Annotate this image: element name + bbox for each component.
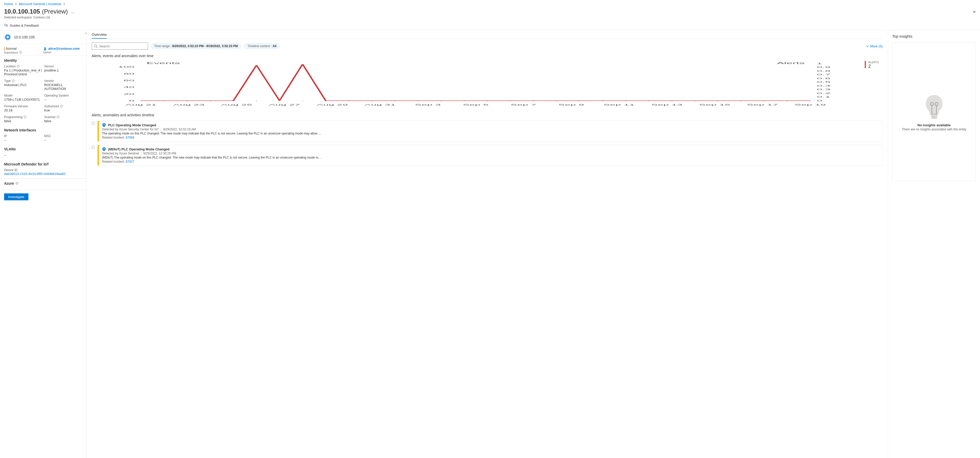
search-input-wrap[interactable] xyxy=(92,43,148,50)
svg-line-32 xyxy=(97,47,98,48)
breadcrumb-sentinel[interactable]: Microsoft Sentinel | Incidents xyxy=(19,2,62,6)
content-value: All xyxy=(272,44,276,48)
info-icon[interactable]: i xyxy=(16,182,18,185)
timeline-item: ! (MDIoT) PLC Operating Mode Changed Det… xyxy=(92,145,883,166)
entity-header: 10.0.100.105 xyxy=(0,30,86,44)
kpi-value: 2 xyxy=(868,64,879,69)
breadcrumb: Home > Microsoft Sentinel | Incidents > xyxy=(0,0,980,8)
insights-panel: Top insights No insights available There… xyxy=(888,30,980,458)
timerange-pill[interactable]: Time range : 8/20/2022, 3:52:23 PM - 9/1… xyxy=(151,43,241,49)
chevron-down-icon xyxy=(866,45,869,48)
related-incident-link[interactable]: 87858 xyxy=(126,136,134,139)
defender-section: Microsoft Defender for IoT Device ID dab… xyxy=(0,160,86,178)
svg-text:0.5: 0.5 xyxy=(817,81,830,83)
svg-text:Aug 31: Aug 31 xyxy=(364,103,396,106)
location-label: Location xyxy=(4,65,16,68)
os-value: -- xyxy=(44,98,83,102)
svg-text:Aug 29: Aug 29 xyxy=(317,103,348,106)
svg-text:0.8: 0.8 xyxy=(817,70,830,72)
svg-rect-3 xyxy=(6,36,9,38)
svg-text:0.6: 0.6 xyxy=(817,77,830,80)
timeline-list: ! PLC Operating Mode Changed Detected by… xyxy=(92,121,883,166)
vendor-value: ROCKWELL AUTOMATION xyxy=(44,83,83,91)
info-icon[interactable]: i xyxy=(17,65,19,68)
related-label: Related incident: xyxy=(102,136,126,139)
vlans-value: -- xyxy=(4,153,82,157)
close-icon[interactable]: ✕ xyxy=(972,10,976,14)
identity-title: Identity xyxy=(4,59,82,62)
no-insights-sub: There are no insights associated with th… xyxy=(902,127,966,131)
info-icon[interactable]: i xyxy=(24,116,26,118)
type-value: Industrial | PLC xyxy=(4,83,42,87)
entity-name: 10.0.100.105 xyxy=(14,35,35,39)
azure-section: Azure i xyxy=(0,179,86,190)
svg-text:Aug 23: Aug 23 xyxy=(173,103,204,106)
svg-text:Events: Events xyxy=(146,62,180,65)
tab-row: Overview xyxy=(92,30,883,39)
timerange-label: Time range : xyxy=(154,44,172,48)
alert-title: PLC Operating Mode Changed xyxy=(108,123,156,127)
ip-value: -- xyxy=(4,138,42,142)
svg-text:Sep 17: Sep 17 xyxy=(747,103,778,106)
timeline-content-pill[interactable]: Timeline content : All xyxy=(244,43,280,49)
breadcrumb-sep: > xyxy=(63,2,65,6)
workspace-value: Contoso Ltd. xyxy=(33,16,51,19)
insights-empty-box: No insights available There are no insig… xyxy=(892,43,976,181)
svg-text:i: i xyxy=(18,65,18,67)
more-filters-button[interactable]: More (5) xyxy=(866,44,883,48)
svg-text:0: 0 xyxy=(817,99,822,102)
mac-label: MAC xyxy=(44,134,83,138)
search-input[interactable] xyxy=(99,44,146,48)
events-chart: EventsAlerts02040608010000.10.20.30.40.5… xyxy=(92,61,860,108)
scanner-value: false xyxy=(44,119,83,123)
info-icon[interactable]: i xyxy=(57,116,59,118)
filter-row: Time range : 8/20/2022, 3:52:23 PM - 9/1… xyxy=(92,43,883,50)
lightbulb-icon xyxy=(923,92,946,121)
info-icon[interactable]: i xyxy=(19,51,22,54)
timeline-select-radio[interactable] xyxy=(92,122,95,125)
network-title: Network Interfaces xyxy=(4,128,82,132)
workspace-label: Selected workspace: Contoso Ltd. xyxy=(4,16,976,19)
severity-value: Normal xyxy=(6,47,17,51)
deviceid-link[interactable]: dab39013-c310-4e1b-8f5f-cb94b618aa83 xyxy=(4,172,65,176)
svg-text:0.2: 0.2 xyxy=(817,92,830,94)
timeline-card[interactable]: ! (MDIoT) PLC Operating Mode Changed Det… xyxy=(97,145,883,166)
timeline-title: Alerts, anomalies and activities timelin… xyxy=(92,113,883,117)
svg-text:0.4: 0.4 xyxy=(817,84,830,87)
breadcrumb-home[interactable]: Home xyxy=(4,2,13,6)
type-label: Type xyxy=(4,79,11,83)
page-title: 10.0.100.105 xyxy=(4,8,40,15)
svg-text:Sep 13: Sep 13 xyxy=(651,103,682,106)
shield-icon: ! xyxy=(102,147,106,151)
more-menu-button[interactable]: ⋯ xyxy=(71,11,74,14)
timeline-item: ! PLC Operating Mode Changed Detected by… xyxy=(92,121,883,142)
location-value: Fa 1 | Production_line_4 | ProcessContro… xyxy=(4,68,42,76)
svg-rect-103 xyxy=(931,117,937,119)
sensor-label: Sensor xyxy=(44,65,83,68)
svg-text:Sep 9: Sep 9 xyxy=(558,103,584,106)
vlans-title: VLANs xyxy=(4,147,82,151)
guides-feedback-button[interactable]: Guides & Feedback xyxy=(4,23,39,27)
feedback-icon xyxy=(4,23,8,27)
investigate-button[interactable]: Investigate xyxy=(4,193,29,200)
timeline-select-radio[interactable] xyxy=(92,146,95,149)
status-row: Normal Importancei alice@contoso.com Own… xyxy=(0,44,86,56)
related-incident-link[interactable]: 87937 xyxy=(126,160,134,164)
svg-text:0.3: 0.3 xyxy=(817,88,830,91)
svg-text:i: i xyxy=(61,105,62,107)
collapse-panel-button[interactable]: « xyxy=(85,32,87,35)
tab-overview[interactable]: Overview xyxy=(92,30,107,39)
workspace-label-text: Selected workspace: xyxy=(4,16,33,19)
overview-panel: Overview Time range : 8/20/2022, 3:52:23… xyxy=(87,30,888,458)
device-chip-icon xyxy=(4,33,11,41)
info-icon[interactable]: i xyxy=(12,80,14,82)
alert-time: 8/29/2022, 10:32:15 AM xyxy=(163,127,196,131)
svg-text:i: i xyxy=(21,51,21,54)
ip-label: IP xyxy=(4,134,42,138)
timeline-card[interactable]: ! PLC Operating Mode Changed Detected by… xyxy=(97,121,883,142)
svg-text:Sep 7: Sep 7 xyxy=(511,103,536,106)
detected-by: Detected by Azure Security Center for Io… xyxy=(102,127,159,131)
owner-value[interactable]: alice@contoso.com xyxy=(48,47,80,51)
info-icon[interactable]: i xyxy=(60,105,63,108)
chart-title: Alerts, events and anomalies over time xyxy=(92,54,883,58)
